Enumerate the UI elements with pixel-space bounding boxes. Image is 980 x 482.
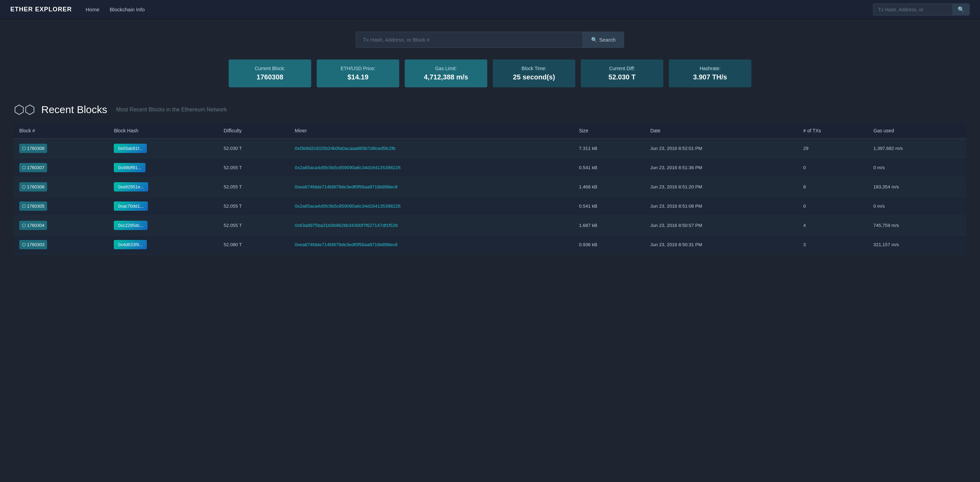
size-cell-4: 1.687 kB	[574, 216, 645, 235]
date-cell-5: Jun 23, 2016 8:50:31 PM	[645, 235, 798, 255]
miner-link-0[interactable]: 0xf3b9d2c81f2b24b0fa0acaaa865b7d9ced5fc2…	[295, 146, 395, 151]
date-cell-4: Jun 23, 2016 8:50:57 PM	[645, 216, 798, 235]
block-num-cell-0: ⬡ 1760308	[14, 138, 108, 158]
hero-search-button[interactable]: 🔍 Search	[582, 32, 624, 48]
block-hash-badge-0[interactable]: 0x03ab91f...	[114, 144, 147, 153]
difficulty-cell-0: 52.030 T	[218, 138, 289, 158]
table-row: ⬡ 1760306 0xe92951e...52.055 T0xea674fdd…	[14, 177, 966, 197]
block-num-cell-1: ⬡ 1760307	[14, 158, 108, 177]
block-icon-1[interactable]: ⬡ 1760307	[19, 163, 47, 172]
stat-value-1: $14.19	[326, 73, 390, 81]
stat-value-3: 25 second(s)	[503, 73, 566, 81]
col-header-7: Gas used	[868, 123, 966, 138]
blocks-icon: ⬡⬡	[14, 102, 35, 117]
size-cell-3: 0.541 kB	[574, 197, 645, 216]
block-hash-cell-5: 0x4d633f9...	[108, 235, 218, 255]
table-row: ⬡ 1760305 0xac70dd1...52.055 T0x2a65aca4…	[14, 197, 966, 216]
block-num-cell-5: ⬡ 1760303	[14, 235, 108, 255]
num-txs-cell-2: 8	[798, 177, 868, 197]
stat-label-2: Gas Limit:	[414, 66, 477, 71]
num-txs-cell-1: 0	[798, 158, 868, 177]
gas-used-cell-5: 321,157 m/s	[868, 235, 966, 255]
miner-link-1[interactable]: 0x2a65aca4d5fc5b5c859090a6c34d1641353982…	[295, 165, 401, 170]
date-cell-3: Jun 23, 2016 8:51:08 PM	[645, 197, 798, 216]
num-txs-cell-5: 3	[798, 235, 868, 255]
size-cell-5: 0.936 kB	[574, 235, 645, 255]
block-icon-0[interactable]: ⬡ 1760308	[19, 144, 47, 153]
miner-cell-0: 0xf3b9d2c81f2b24b0fa0acaaa865b7d9ced5fc2…	[289, 138, 573, 158]
col-header-0: Block #	[14, 123, 108, 138]
block-num-cell-4: ⬡ 1760304	[14, 216, 108, 235]
stats-row: Current Block: 1760308 ETH/USD Price: $1…	[0, 56, 980, 97]
col-header-1: Block Hash	[108, 123, 218, 138]
stat-card-2: Gas Limit: 4,712,388 m/s	[405, 59, 487, 87]
miner-link-4[interactable]: 0x63a9975ba31b0b9626b34300f7f627147df1f5…	[295, 223, 398, 228]
section-subtitle: Most Recent Blocks in the Ethereum Netwo…	[116, 107, 227, 113]
block-hash-badge-3[interactable]: 0xac70dd1...	[114, 202, 148, 211]
stat-card-3: Block Time: 25 second(s)	[493, 59, 575, 87]
navbar-search-form: 🔍	[873, 3, 970, 16]
block-hash-badge-2[interactable]: 0xe92951e...	[114, 182, 148, 191]
col-header-3: Miner	[289, 123, 573, 138]
miner-link-5[interactable]: 0xea674fdde714fd979de3edf0f56aa9716b898e…	[295, 242, 398, 247]
col-header-2: Difficulty	[218, 123, 289, 138]
stat-label-3: Block Time:	[503, 66, 566, 71]
blocks-table: Block #Block HashDifficultyMinerSizeDate…	[14, 123, 966, 255]
block-hash-cell-1: 0x49bff91...	[108, 158, 218, 177]
nav-links: Home Blockchain Info	[86, 6, 873, 13]
miner-link-3[interactable]: 0x2a65aca4d5fc5b5c859090a6c34d1641353982…	[295, 204, 401, 209]
difficulty-cell-4: 52.055 T	[218, 216, 289, 235]
blocks-table-container: Block #Block HashDifficultyMinerSizeDate…	[0, 119, 980, 268]
stat-value-5: 3.907 TH/s	[678, 73, 742, 81]
gas-used-cell-0: 1,397,682 m/s	[868, 138, 966, 158]
date-cell-0: Jun 23, 2016 8:52:01 PM	[645, 138, 798, 158]
difficulty-cell-5: 52.080 T	[218, 235, 289, 255]
block-icon-2[interactable]: ⬡ 1760306	[19, 182, 47, 191]
size-cell-2: 1.468 kB	[574, 177, 645, 197]
gas-used-cell-4: 745,759 m/s	[868, 216, 966, 235]
date-cell-1: Jun 23, 2016 8:51:36 PM	[645, 158, 798, 177]
block-hash-cell-0: 0x03ab91f...	[108, 138, 218, 158]
navbar-search-button[interactable]: 🔍	[953, 4, 969, 15]
nav-blockchain-info[interactable]: Blockchain Info	[110, 6, 145, 13]
miner-link-2[interactable]: 0xea674fdde714fd979de3edf0f56aa9716b898e…	[295, 184, 398, 189]
block-icon-3[interactable]: ⬡ 1760305	[19, 202, 47, 211]
miner-cell-4: 0x63a9975ba31b0b9626b34300f7f627147df1f5…	[289, 216, 573, 235]
table-row: ⬡ 1760304 0xc2295dc...52.055 T0x63a9975b…	[14, 216, 966, 235]
hero-section: 🔍 Search	[0, 19, 980, 56]
stat-card-1: ETH/USD Price: $14.19	[317, 59, 399, 87]
navbar-search-input[interactable]	[873, 5, 953, 15]
table-header: Block #Block HashDifficultyMinerSizeDate…	[14, 123, 966, 138]
block-hash-badge-4[interactable]: 0xc2295dc...	[114, 221, 148, 230]
block-icon-5[interactable]: ⬡ 1760303	[19, 240, 47, 249]
gas-used-cell-2: 183,354 m/s	[868, 177, 966, 197]
stat-card-5: Hashrate: 3.907 TH/s	[669, 59, 751, 87]
gas-used-cell-1: 0 m/s	[868, 158, 966, 177]
section-header: ⬡⬡ Recent Blocks Most Recent Blocks in t…	[0, 97, 980, 119]
block-hash-cell-2: 0xe92951e...	[108, 177, 218, 197]
block-hash-badge-1[interactable]: 0x49bff91...	[114, 163, 145, 172]
stat-value-0: 1760308	[238, 73, 302, 81]
miner-cell-5: 0xea674fdde714fd979de3edf0f56aa9716b898e…	[289, 235, 573, 255]
stat-label-4: Current Diff:	[590, 66, 654, 71]
size-cell-0: 7.311 kB	[574, 138, 645, 158]
hero-search-input[interactable]	[356, 32, 582, 48]
section-title: Recent Blocks	[41, 104, 107, 116]
gas-used-cell-3: 0 m/s	[868, 197, 966, 216]
num-txs-cell-3: 0	[798, 197, 868, 216]
miner-cell-3: 0x2a65aca4d5fc5b5c859090a6c34d1641353982…	[289, 197, 573, 216]
stat-label-5: Hashrate:	[678, 66, 742, 71]
num-txs-cell-0: 29	[798, 138, 868, 158]
block-hash-badge-5[interactable]: 0x4d633f9...	[114, 240, 147, 249]
table-row: ⬡ 1760308 0x03ab91f...52.030 T0xf3b9d2c8…	[14, 138, 966, 158]
block-hash-cell-4: 0xc2295dc...	[108, 216, 218, 235]
date-cell-2: Jun 23, 2016 8:51:20 PM	[645, 177, 798, 197]
block-icon-4[interactable]: ⬡ 1760304	[19, 221, 47, 230]
difficulty-cell-1: 52.055 T	[218, 158, 289, 177]
stat-label-0: Current Block:	[238, 66, 302, 71]
difficulty-cell-2: 52.055 T	[218, 177, 289, 197]
nav-home[interactable]: Home	[86, 6, 99, 13]
miner-cell-1: 0x2a65aca4d5fc5b5c859090a6c34d1641353982…	[289, 158, 573, 177]
table-row: ⬡ 1760303 0x4d633f9...52.080 T0xea674fdd…	[14, 235, 966, 255]
stat-card-0: Current Block: 1760308	[229, 59, 311, 87]
